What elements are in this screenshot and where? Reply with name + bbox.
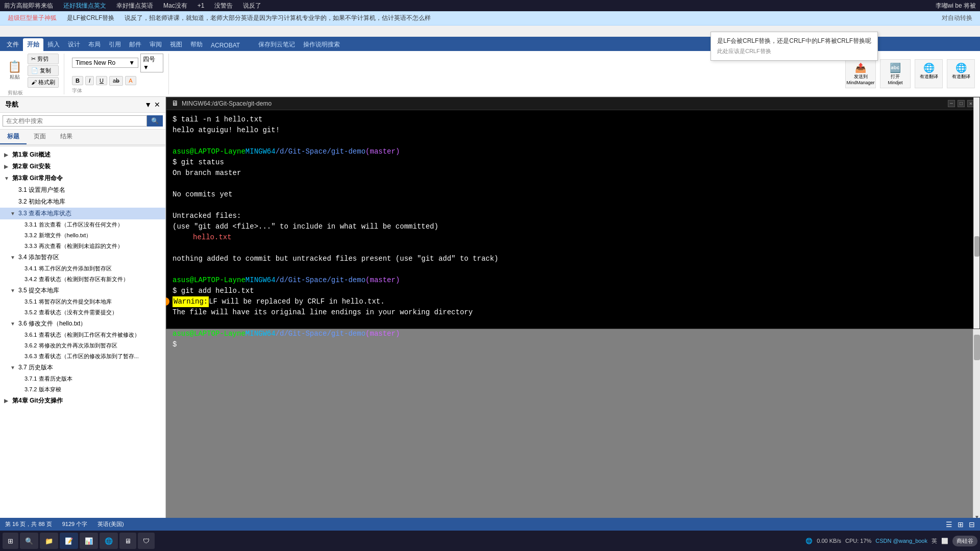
layout-tab[interactable]: 布局 — [84, 38, 105, 51]
search-help-btn[interactable]: 操作说明搜索 — [299, 38, 344, 51]
terminal-window[interactable]: 🖥 MINGW64:/d/Git-Space/git-demo ─ □ ✕ $ … — [166, 97, 980, 329]
nav-chapter1[interactable]: ▶ 第1章 Git概述 — [0, 149, 165, 161]
right-ribbon-tools: 📤 发送到MindManager 🔤 打开Mindjet 🌐 有道翻译 🌐 有道… — [845, 59, 975, 88]
design-tab[interactable]: 设计 — [64, 38, 84, 51]
nav-section352[interactable]: 3.5.2 查看状态（没有文件需要提交） — [0, 307, 165, 318]
nav-section351[interactable]: 3.5.1 将暂存区的文件提交到本地库 — [0, 296, 165, 307]
mindmanager-btn[interactable]: 📤 发送到MindManager — [845, 59, 876, 88]
nav-section341[interactable]: 3.4.1 将工作区的文件添加到暂存区 — [0, 263, 165, 274]
help-tab[interactable]: 帮助 — [186, 38, 207, 51]
security-taskbar-btn[interactable]: 🛡 — [138, 533, 155, 549]
start-btn[interactable]: ⊞ — [3, 533, 18, 549]
nav-search-btn[interactable]: 🔍 — [147, 115, 163, 127]
format-painter-btn[interactable]: 🖌 格式刷 — [28, 77, 59, 88]
reference-tab[interactable]: 引用 — [105, 38, 125, 51]
mail-tab[interactable]: 邮件 — [125, 38, 145, 51]
terminal-icon: 🖥 — [172, 99, 179, 108]
strikethrough-btn[interactable]: ab̶ — [109, 76, 123, 86]
taskbar-network: 🌐 — [805, 538, 813, 544]
cut-btn[interactable]: ✂ 剪切 — [28, 54, 59, 64]
clipboard-label: 剪贴板 — [8, 89, 23, 96]
nav-section363[interactable]: 3.6.3 查看状态（工作区的修改添加到了暂存... — [0, 351, 165, 362]
terminal-minimize-btn[interactable]: ─ — [948, 100, 955, 107]
nav-section32[interactable]: 3.2 初始化本地库 — [0, 196, 165, 208]
view-tab[interactable]: 视图 — [166, 38, 186, 51]
status-zoom-btn[interactable]: ⊟ — [969, 520, 975, 529]
term-line-7: (use "git add <file>..." to include in w… — [173, 221, 973, 232]
notification-text: 是LF被CRLF替换 — [67, 14, 114, 22]
status-layout-btn[interactable]: ☰ — [946, 520, 952, 529]
youdao-btn2[interactable]: 🌐 有道翻译 — [947, 59, 975, 88]
word-taskbar-btn[interactable]: 📝 — [60, 533, 78, 549]
nav-chapter4[interactable]: ▶ 第4章 Git分支操作 — [0, 395, 165, 407]
nav-section372[interactable]: 3.7.2 版本穿梭 — [0, 384, 165, 395]
taskbar-extra-btn[interactable]: 商硅谷 — [952, 536, 977, 546]
taskbar-time: ⬜ — [941, 538, 948, 544]
nav-section333[interactable]: 3.3.3 再次查看（检测到未追踪的文件） — [0, 241, 165, 252]
nav-close-btn[interactable]: ✕ — [154, 101, 160, 109]
nav-tab-headings[interactable]: 标题 — [0, 130, 27, 144]
nav-section371[interactable]: 3.7.1 查看历史版本 — [0, 373, 165, 384]
terminal-scrollbar-thumb[interactable] — [974, 236, 979, 257]
copy-btn[interactable]: 📄 复制 — [28, 65, 59, 76]
topbar-item: 幸好懂点英语 — [116, 2, 153, 10]
bold-btn[interactable]: B — [72, 76, 83, 85]
terminal-titlebar: 🖥 MINGW64:/d/Git-Space/git-demo ─ □ ✕ — [166, 97, 979, 110]
nav-tab-results[interactable]: 结果 — [53, 130, 80, 144]
mindjet-btn[interactable]: 🔤 打开Mindjet — [880, 59, 911, 88]
terminal-taskbar-btn[interactable]: 🖥 — [119, 533, 136, 549]
topbar-item: +1 — [198, 2, 205, 9]
mindmanager-icon: 📤 — [855, 62, 866, 73]
term-line-6: Untracked files: — [173, 211, 973, 221]
nav-section362[interactable]: 3.6.2 将修改的文件再次添加到暂存区 — [0, 340, 165, 351]
document-area: 🖥 MINGW64:/d/Git-Space/git-demo ─ □ ✕ $ … — [166, 97, 980, 529]
nav-tab-pages[interactable]: 页面 — [27, 130, 53, 144]
nav-search-input[interactable] — [3, 115, 147, 127]
status-page: 第 16 页，共 88 页 — [5, 520, 52, 528]
cloud-save-btn[interactable]: 保存到云笔记 — [254, 38, 299, 51]
review-tab[interactable]: 审阅 — [145, 38, 166, 51]
nav-section34[interactable]: ▼ 3.4 添加暂存区 — [0, 252, 165, 263]
nav-section331[interactable]: 3.3.1 首次查看（工作区没有任何文件） — [0, 219, 165, 230]
term-line-11: The file will have its original line end… — [173, 307, 973, 318]
term-warning-line: Warning: LF will be replaced by CRLF in … — [173, 296, 973, 307]
terminal-maximize-btn[interactable]: □ — [958, 100, 965, 107]
powerpoint-taskbar-btn[interactable]: 📊 — [80, 533, 98, 549]
nav-expand-btn[interactable]: ▼ — [144, 101, 152, 109]
font-size-selector[interactable]: 四号 ▼ — [140, 54, 163, 72]
nav-chapter2[interactable]: ▶ 第2章 Git安装 — [0, 161, 165, 172]
nav-search-area: 🔍 — [0, 113, 165, 130]
nav-tabs: 标题 页面 结果 — [0, 130, 165, 145]
term-line-4: On branch master — [173, 168, 973, 179]
status-words: 9129 个字 — [62, 520, 88, 528]
taskbar-brand: CSDN @wang_book — [875, 538, 927, 544]
notification-extra: 对自动转换 — [942, 14, 972, 22]
italic-btn[interactable]: I — [85, 76, 94, 85]
font-color-btn[interactable]: A — [125, 76, 136, 85]
paste-btn[interactable]: 📋 粘贴 — [8, 60, 21, 81]
underline-btn[interactable]: U — [96, 76, 107, 85]
nav-chapter3[interactable]: ▼ 第3章 Git常用命令 — [0, 172, 165, 184]
nav-section31[interactable]: 3.1 设置用户签名 — [0, 184, 165, 196]
nav-section342[interactable]: 3.4.2 查看状态（检测到暂存区有新文件） — [0, 274, 165, 285]
browser-taskbar-btn[interactable]: 🌐 — [100, 533, 118, 549]
terminal-scrollbar[interactable] — [973, 97, 979, 329]
home-tab[interactable]: 开始 — [23, 38, 43, 51]
youdao-btn1[interactable]: 🌐 有道翻译 — [915, 59, 943, 88]
nav-section37[interactable]: ▼ 3.7 历史版本 — [0, 362, 165, 373]
nav-section35[interactable]: ▼ 3.5 提交本地库 — [0, 285, 165, 296]
nav-section332[interactable]: 3.3.2 新增文件（hello.txt） — [0, 230, 165, 241]
status-grid-btn[interactable]: ⊞ — [958, 520, 964, 529]
nav-section361[interactable]: 3.6.1 查看状态（检测到工作区有文件被修改） — [0, 330, 165, 340]
font-name-selector[interactable]: Times New Ro ▼ — [72, 58, 138, 68]
insert-tab[interactable]: 插入 — [43, 38, 64, 51]
topbar-item: Mac没有 — [163, 2, 187, 10]
file-explorer-btn[interactable]: 📁 — [40, 533, 58, 549]
file-tab[interactable]: 文件 — [3, 38, 23, 51]
acrobat-tab[interactable]: ACROBAT — [207, 40, 244, 51]
term-line-10: $ git add hello.txt — [173, 286, 973, 296]
topbar-item: 前方高能即将来临 — [4, 2, 53, 10]
search-taskbar-btn[interactable]: 🔍 — [20, 533, 38, 549]
nav-section33[interactable]: ▼ 3.3 查看本地库状态 — [0, 208, 165, 219]
nav-section36[interactable]: ▼ 3.6 修改文件（hello.txt） — [0, 318, 165, 330]
